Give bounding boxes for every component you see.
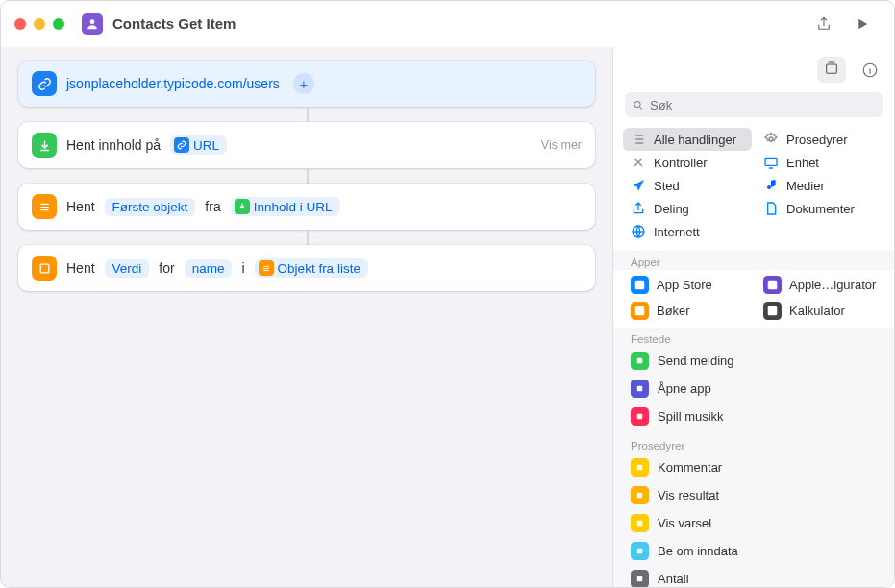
- list-mini-icon: [259, 260, 274, 276]
- list-object-token[interactable]: Objekt fra liste: [255, 258, 368, 278]
- category-label: Deling: [654, 202, 689, 216]
- svg-rect-25: [637, 576, 643, 582]
- url-action-card[interactable]: jsonplaceholder.typicode.com/users +: [18, 61, 595, 107]
- search-input[interactable]: [625, 92, 883, 117]
- action-icon: [631, 352, 649, 370]
- card-label: fra: [205, 199, 220, 214]
- search-field[interactable]: [650, 98, 875, 112]
- list-icon: [631, 132, 646, 147]
- share-button[interactable]: [815, 15, 833, 33]
- token-label: Objekt fra liste: [278, 261, 360, 276]
- category-medier[interactable]: Medier: [756, 174, 884, 197]
- get-value-card[interactable]: Hent Verdi for name i Objekt fra liste: [18, 245, 595, 291]
- svg-rect-24: [637, 549, 643, 554]
- first-object-token[interactable]: Første objekt: [105, 198, 196, 216]
- category-label: Kontroller: [654, 156, 708, 170]
- svg-rect-15: [768, 281, 778, 290]
- run-button[interactable]: [854, 15, 871, 33]
- category-internett[interactable]: Internett: [623, 220, 752, 243]
- action-label: Kommentar: [658, 460, 722, 475]
- action-icon: [631, 570, 649, 587]
- svg-rect-7: [263, 270, 269, 271]
- svg-rect-12: [765, 158, 777, 165]
- svg-rect-2: [40, 206, 49, 207]
- procedures-list: KommentarVis resultatVis varselBe om inn…: [613, 453, 894, 587]
- app-b-ker[interactable]: Bøker: [623, 298, 752, 324]
- procedure-action-vis-resultat[interactable]: Vis resultat: [613, 481, 894, 509]
- category-label: Alle handlinger: [654, 133, 736, 147]
- action-label: Send melding: [658, 354, 734, 368]
- procedure-action-antall[interactable]: Antall: [613, 565, 894, 587]
- search-icon: [633, 99, 644, 111]
- category-kontroller[interactable]: Kontroller: [623, 151, 752, 174]
- titlebar: Contacts Get Item: [1, 1, 894, 47]
- pinned-action-åpne-app[interactable]: Åpne app: [613, 375, 894, 403]
- pinned-action-spill-musikk[interactable]: Spill musikk: [613, 403, 894, 430]
- info-button[interactable]: [861, 61, 879, 79]
- app-icon: [631, 276, 649, 294]
- app-apple-igurator[interactable]: Apple…igurator: [756, 272, 884, 298]
- category-sted[interactable]: Sted: [623, 174, 752, 197]
- action-label: Spill musikk: [658, 409, 724, 424]
- get-first-item-card[interactable]: Hent Første objekt fra Innhold i URL: [18, 184, 595, 230]
- close-window-button[interactable]: [14, 18, 26, 30]
- app-app-store[interactable]: App Store: [623, 272, 752, 298]
- get-contents-card[interactable]: Hent innhold på URL Vis mer: [18, 122, 595, 168]
- svg-point-10: [634, 101, 640, 107]
- show-more-button[interactable]: Vis mer: [541, 138, 582, 152]
- category-deling[interactable]: Deling: [623, 197, 752, 220]
- app-kalkulator[interactable]: Kalkulator: [756, 298, 884, 324]
- procedures-section-header: Prosedyrer: [613, 434, 894, 453]
- pinned-action-send-melding[interactable]: Send melding: [613, 347, 894, 375]
- category-alle-handlinger[interactable]: Alle handlinger: [623, 128, 752, 151]
- svg-rect-5: [263, 266, 269, 267]
- category-prosedyrer[interactable]: Prosedyrer: [756, 128, 884, 151]
- action-icon: [631, 542, 649, 560]
- app-label: App Store: [657, 278, 712, 292]
- workflow-canvas[interactable]: jsonplaceholder.typicode.com/users + Hen…: [1, 47, 613, 587]
- note-icon: [763, 178, 779, 193]
- svg-rect-23: [637, 521, 643, 527]
- action-icon: [631, 486, 649, 504]
- category-label: Prosedyrer: [786, 133, 848, 147]
- procedure-action-vis-varsel[interactable]: Vis varsel: [613, 509, 894, 537]
- svg-rect-3: [40, 209, 49, 210]
- value-token[interactable]: Verdi: [105, 259, 150, 278]
- action-icon: [631, 514, 649, 532]
- shortcut-app-icon: [82, 13, 103, 35]
- category-label: Sted: [654, 179, 680, 193]
- svg-rect-14: [635, 281, 645, 290]
- svg-rect-22: [637, 493, 643, 499]
- procedure-action-be-om-inndata[interactable]: Be om inndata: [613, 537, 894, 565]
- link-mini-icon: [174, 137, 189, 153]
- svg-rect-4: [40, 264, 49, 273]
- card-label: Hent innhold på: [66, 137, 161, 153]
- svg-rect-21: [637, 465, 643, 471]
- app-label: Apple…igurator: [789, 278, 876, 292]
- action-label: Vis resultat: [658, 488, 719, 502]
- name-key-token[interactable]: name: [185, 259, 233, 278]
- svg-rect-6: [263, 268, 269, 269]
- category-dokumenter[interactable]: Dokumenter: [756, 197, 884, 220]
- svg-rect-19: [637, 386, 643, 392]
- category-label: Dokumenter: [786, 202, 855, 216]
- category-label: Enhet: [786, 156, 819, 170]
- card-label: for: [159, 260, 174, 276]
- fullscreen-window-button[interactable]: [53, 18, 64, 30]
- url-contents-token[interactable]: Innhold i URL: [231, 197, 340, 216]
- svg-point-11: [769, 137, 773, 141]
- pinned-section-header: Festede: [613, 328, 894, 347]
- minimize-window-button[interactable]: [34, 18, 45, 30]
- category-enhet[interactable]: Enhet: [756, 151, 884, 174]
- library-view-button[interactable]: [817, 57, 846, 83]
- traffic-lights: [14, 18, 64, 30]
- token-label: URL: [193, 138, 219, 153]
- nav-icon: [631, 178, 646, 193]
- url-token[interactable]: URL: [170, 135, 227, 155]
- svg-rect-17: [768, 306, 778, 316]
- list-icon: [32, 194, 57, 219]
- add-url-button[interactable]: +: [293, 73, 314, 94]
- url-text[interactable]: jsonplaceholder.typicode.com/users: [66, 76, 280, 91]
- svg-rect-20: [637, 414, 643, 420]
- procedure-action-kommentar[interactable]: Kommentar: [613, 453, 894, 481]
